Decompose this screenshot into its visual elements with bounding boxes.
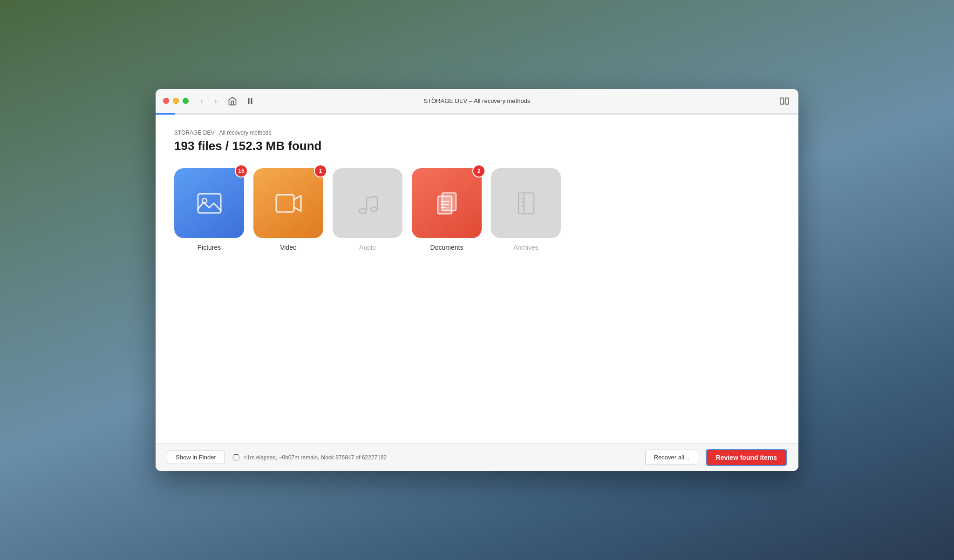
svg-rect-6 [276, 195, 294, 212]
back-button[interactable]: ‹ [196, 96, 207, 107]
review-found-items-button[interactable]: Review found items [706, 449, 787, 466]
progress-bar [156, 113, 798, 115]
audio-label: Audio [359, 244, 376, 251]
window-title: STORAGE DEV – All recovery methods [424, 97, 531, 104]
svg-rect-0 [248, 98, 250, 104]
pictures-icon [193, 187, 225, 219]
main-title: 193 files / 152.3 MB found [174, 139, 780, 153]
close-button[interactable] [163, 98, 169, 104]
video-badge: 1 [314, 164, 327, 178]
documents-label: Documents [430, 244, 463, 251]
traffic-lights [163, 98, 189, 104]
video-label: Video [280, 244, 297, 251]
svg-point-7 [359, 209, 367, 213]
svg-rect-1 [251, 98, 252, 104]
nav-buttons: ‹ › [196, 96, 221, 107]
status-text: <1m elapsed, ~0h07m remain, block 876847… [244, 454, 387, 461]
minimize-button[interactable] [173, 98, 179, 104]
breadcrumb: STORAGE DEV - All recovery methods [174, 130, 780, 136]
svg-rect-2 [780, 98, 784, 104]
documents-icon [430, 187, 463, 219]
progress-fill [156, 113, 175, 115]
video-icon [272, 187, 305, 219]
pictures-icon-wrap: 15 [174, 168, 244, 238]
svg-rect-3 [785, 98, 789, 104]
pictures-label: Pictures [198, 244, 221, 251]
category-documents[interactable]: 2 Documents [412, 168, 482, 251]
svg-line-11 [367, 197, 377, 198]
archives-icon-wrap [491, 168, 561, 238]
footer: Show in Finder <1m elapsed, ~0h07m remai… [156, 443, 798, 471]
category-archives[interactable]: Archives [491, 168, 561, 251]
category-audio[interactable]: Audio [333, 168, 402, 251]
svg-rect-17 [518, 193, 534, 214]
pause-button[interactable] [244, 95, 257, 108]
category-video[interactable]: 1 Video [253, 168, 323, 251]
category-pictures[interactable]: 15 Pictures [174, 168, 244, 251]
reader-button[interactable] [778, 95, 791, 108]
status-area: <1m elapsed, ~0h07m remain, block 876847… [232, 454, 638, 461]
audio-icon-wrap [333, 168, 402, 238]
audio-icon [351, 187, 384, 219]
titlebar: ‹ › STORAGE DEV – All recovery methods [156, 89, 798, 113]
pictures-badge: 15 [235, 164, 248, 178]
home-button[interactable] [226, 95, 239, 108]
recover-all-button[interactable]: Recover all... [645, 450, 698, 465]
app-window: ‹ › STORAGE DEV – All recovery methods [156, 89, 798, 471]
show-in-finder-button[interactable]: Show in Finder [167, 451, 225, 464]
video-icon-wrap: 1 [253, 168, 323, 238]
svg-rect-4 [198, 194, 221, 213]
archives-icon [510, 187, 542, 219]
archives-label: Archives [513, 244, 538, 251]
maximize-button[interactable] [183, 98, 189, 104]
spinner-icon [232, 454, 240, 461]
documents-badge: 2 [472, 164, 485, 178]
forward-button[interactable]: › [210, 96, 221, 107]
main-content: STORAGE DEV - All recovery methods 193 f… [156, 115, 798, 443]
svg-point-8 [371, 207, 377, 211]
documents-icon-wrap: 2 [412, 168, 482, 238]
categories-grid: 15 Pictures 1 [174, 168, 780, 251]
